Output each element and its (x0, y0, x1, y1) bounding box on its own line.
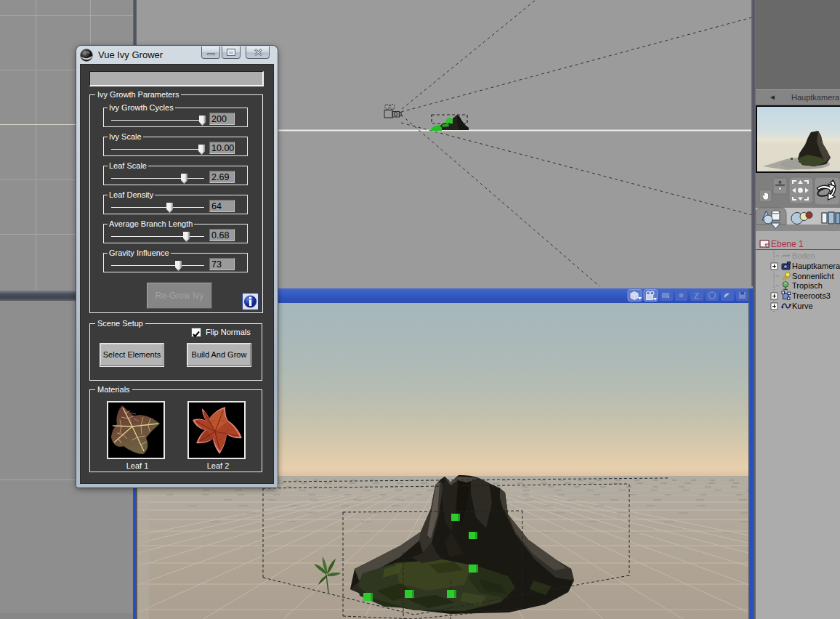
svg-text:Hauptkamera: Hauptkamera (792, 262, 840, 270)
svg-text:Sonnenlicht: Sonnenlicht (792, 272, 834, 280)
svg-text:Boden: Boden (792, 251, 815, 260)
svg-text:Ebene 1: Ebene 1 (771, 239, 804, 249)
svg-text:Z: Z (694, 291, 699, 300)
svg-text:Tropisch: Tropisch (792, 281, 823, 290)
svg-text:Kurve: Kurve (792, 302, 813, 310)
svg-text:Treeroots3: Treeroots3 (792, 291, 831, 300)
